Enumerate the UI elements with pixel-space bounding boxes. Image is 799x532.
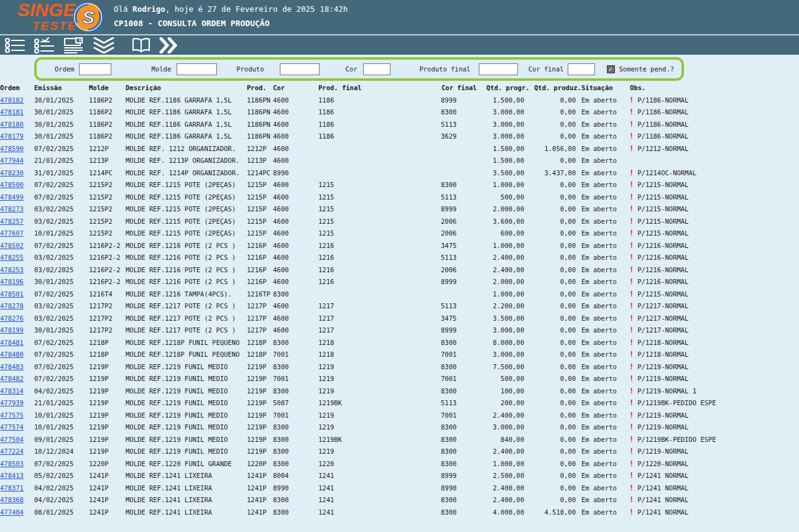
order-link[interactable]: 478482 [0, 375, 24, 382]
qty-programmed-cell: 2.000,00 [486, 203, 533, 216]
alert-icon: ! [629, 217, 634, 226]
emission-date-cell: 10/01/2025 [34, 421, 89, 434]
order-link[interactable]: 478502 [0, 242, 24, 249]
product-cell: 1216P [247, 252, 273, 264]
checklist-icon[interactable] [34, 37, 55, 53]
order-link[interactable]: 477224 [0, 447, 24, 455]
order-link[interactable]: 478253 [0, 266, 24, 273]
order-link[interactable]: 478180 [0, 121, 24, 128]
order-link[interactable]: 478500 [0, 181, 24, 188]
color-cell: 4600 [273, 216, 318, 228]
final-product-cell: 1216 [318, 276, 441, 288]
status-cell: Em aberto [581, 373, 627, 385]
order-link[interactable]: 478278 [0, 302, 24, 310]
mold-cell: 1218P [89, 349, 126, 361]
manual-icon[interactable] [131, 37, 151, 53]
user-name: Rodrigo [132, 4, 165, 14]
order-link[interactable]: 478413 [0, 472, 24, 479]
order-link[interactable]: 477404 [0, 508, 24, 516]
order-link[interactable]: 477944 [0, 157, 24, 164]
order-link[interactable]: 478481 [0, 339, 24, 346]
order-link[interactable]: 478503 [0, 460, 24, 467]
col-header-ordem: Ordem [0, 82, 34, 94]
order-link[interactable]: 478276 [0, 314, 24, 322]
report-icon[interactable] [63, 37, 85, 53]
obs-cell: !P/1219-NORMAL 1 [627, 385, 799, 398]
order-cell: 477939 [0, 397, 34, 410]
order-link[interactable]: 478483 [0, 363, 24, 370]
order-link[interactable]: 477574 [0, 423, 24, 431]
order-link[interactable]: 478179 [0, 132, 24, 140]
cor-final-filter-input[interactable] [568, 63, 595, 75]
order-link[interactable]: 478230 [0, 169, 24, 177]
alert-icon: ! [629, 350, 634, 359]
order-link[interactable]: 477607 [0, 229, 24, 237]
expand-all-icon[interactable] [93, 37, 115, 53]
product-cell: 1241P [247, 470, 273, 482]
product-cell: 1218P [247, 349, 273, 361]
final-product-cell: 1241 [318, 482, 441, 495]
obs-cell: !P/1186-NORMAL [627, 94, 799, 107]
cor-filter-input[interactable] [363, 63, 390, 75]
obs-cell: !P/1219-NORMAL [627, 446, 799, 458]
qty-programmed-cell: 3.000,00 [486, 324, 533, 337]
somente-pend-checkbox[interactable]: ✓ [607, 65, 615, 73]
molde-filter-input[interactable] [177, 63, 217, 75]
order-link[interactable]: 478368 [0, 496, 24, 503]
emission-date-cell: 07/02/2025 [34, 288, 89, 301]
description-cell: MOLDE REF.1219 FUNIL MEDIO [126, 434, 247, 446]
alert-icon: ! [629, 484, 634, 492]
final-color-cell: 8999 [441, 324, 486, 337]
order-link[interactable]: 477575 [0, 411, 24, 419]
order-link[interactable]: 478499 [0, 193, 24, 201]
status-cell: Em aberto [581, 179, 627, 191]
order-link[interactable]: 478590 [0, 145, 24, 152]
emission-date-cell: 04/02/2025 [34, 494, 89, 507]
status-cell: Em aberto [581, 410, 627, 422]
obs-cell: !P/1217-NORMAL [627, 324, 799, 337]
order-link[interactable]: 478501 [0, 290, 24, 298]
greeting-text: Olá Rodrigo, hoje é 27 de Fevereiro de 2… [114, 4, 348, 14]
qty-programmed-cell: 2.200,00 [486, 300, 533, 313]
status-cell: Em aberto [581, 94, 627, 107]
qty-produced-cell: 0,00 [533, 470, 581, 482]
qty-programmed-cell: 1.000,00 [486, 458, 533, 470]
description-cell: MOLDE REF.1241 LIXEIRA [126, 470, 247, 482]
description-cell: MOLDE REF.1217 POTE (2 PCS ) [126, 324, 247, 337]
order-link[interactable]: 478371 [0, 484, 24, 492]
order-link[interactable]: 478314 [0, 387, 24, 395]
qty-programmed-cell: 100,00 [486, 385, 533, 398]
table-row: 47819930/01/20251217P2MOLDE REF.1217 POT… [0, 324, 799, 337]
alert-icon: ! [629, 471, 634, 480]
order-cell: 478590 [0, 143, 34, 155]
produto-final-filter-input[interactable] [479, 63, 518, 75]
qty-programmed-cell: 3.000,00 [486, 106, 533, 119]
alert-icon: ! [629, 459, 634, 468]
forward-icon[interactable] [159, 37, 178, 53]
mold-cell: 1219P [89, 373, 126, 385]
final-color-cell: 7001 [441, 373, 486, 385]
order-link[interactable]: 478181 [0, 108, 24, 116]
order-link[interactable]: 478480 [0, 351, 24, 358]
list-icon[interactable] [5, 37, 26, 53]
status-cell: Em aberto [581, 337, 627, 349]
order-link[interactable]: 478255 [0, 254, 24, 261]
logo-line2: TESTE [32, 20, 76, 32]
order-link[interactable]: 478257 [0, 218, 24, 225]
order-link[interactable]: 478182 [0, 96, 24, 104]
color-cell: 8990 [273, 167, 318, 180]
obs-text: P/1214OC-NORMAL [637, 169, 696, 177]
order-link[interactable]: 478196 [0, 278, 24, 285]
obs-cell: !P/1215-NORMAL [627, 227, 799, 240]
produto-filter-input[interactable] [280, 63, 320, 75]
obs-cell: !P/1216-NORMAL [627, 252, 799, 264]
status-cell: Em aberto [581, 264, 627, 277]
alert-icon: ! [629, 168, 634, 177]
ordem-filter-input[interactable] [79, 63, 111, 75]
order-link[interactable]: 478273 [0, 205, 24, 213]
order-link[interactable]: 478199 [0, 326, 24, 334]
mold-cell: 1186P2 [89, 119, 126, 131]
order-link[interactable]: 477504 [0, 436, 24, 443]
emission-date-cell: 10/01/2025 [34, 227, 89, 240]
order-link[interactable]: 477939 [0, 399, 24, 406]
